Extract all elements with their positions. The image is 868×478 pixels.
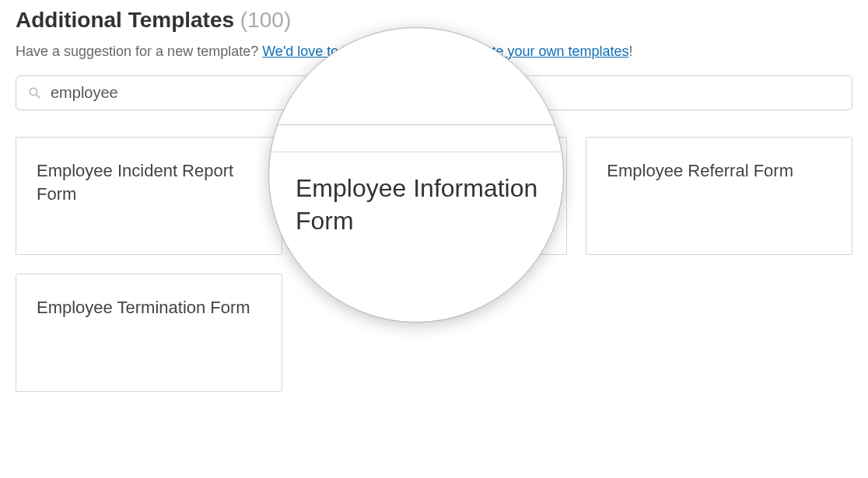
card-title: Employee Incident Report Form xyxy=(37,159,261,205)
template-card[interactable]: Employee Referral Form xyxy=(586,137,852,255)
template-grid: Employee Incident Report Form Employee I… xyxy=(16,137,852,392)
card-title: Employee Information Form xyxy=(322,159,533,183)
card-title: Employee Referral Form xyxy=(607,159,793,183)
title-text: Additional Templates xyxy=(16,8,234,32)
subtitle-text-middle: . Or, you can xyxy=(381,44,464,59)
page-title: Additional Templates (100) xyxy=(16,8,852,33)
title-count: (100) xyxy=(240,8,291,32)
search-input[interactable] xyxy=(51,84,841,102)
subtitle-text-before: Have a suggestion for a new template? xyxy=(16,44,262,59)
page-subtitle: Have a suggestion for a new template? We… xyxy=(16,44,852,60)
suggestion-link[interactable]: We'd love to hear it xyxy=(262,44,381,59)
subtitle-text-after: ! xyxy=(629,44,633,59)
create-own-link[interactable]: create your own templates xyxy=(464,44,628,59)
search-icon xyxy=(27,85,43,101)
template-card[interactable]: Employee Incident Report Form xyxy=(16,137,282,255)
template-card[interactable]: Employee Termination Form xyxy=(16,274,282,392)
card-title: Employee Termination Form xyxy=(37,296,250,319)
search-field[interactable] xyxy=(16,75,852,110)
template-card[interactable]: Employee Information Form xyxy=(301,137,568,255)
